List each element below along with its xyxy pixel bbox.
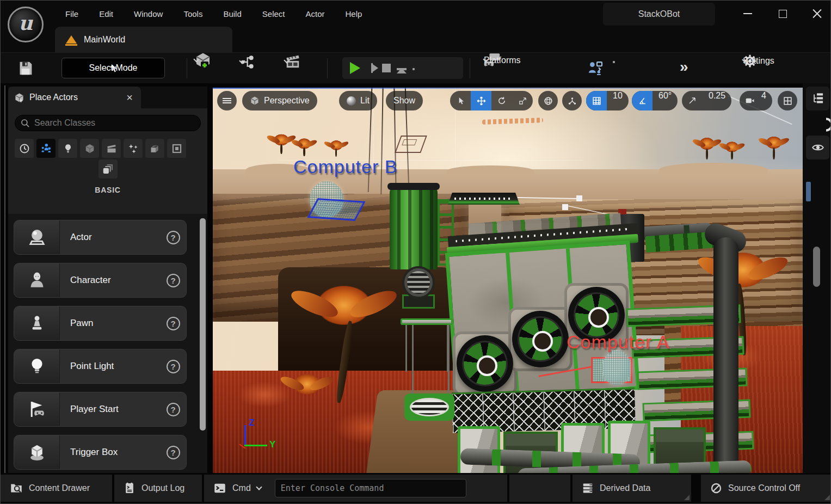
source-control-off-icon bbox=[710, 482, 722, 494]
stop-button[interactable] bbox=[382, 64, 391, 72]
help-icon[interactable] bbox=[160, 263, 186, 297]
outliner-tree-icon bbox=[812, 93, 824, 105]
palm-tree bbox=[289, 371, 325, 398]
add-actor-dropdown[interactable] bbox=[194, 59, 199, 62]
rotation-snap-control[interactable]: 60° bbox=[632, 91, 678, 110]
category-volumes-icon[interactable] bbox=[167, 139, 186, 158]
category-visual-effects-icon[interactable] bbox=[124, 139, 143, 158]
angle-snap-icon bbox=[632, 91, 653, 110]
place-actor-item-actor[interactable]: Actor bbox=[14, 220, 187, 255]
search-classes-field[interactable] bbox=[15, 115, 201, 131]
menu-actor[interactable]: Actor bbox=[295, 9, 335, 19]
world-local-toggle[interactable] bbox=[538, 91, 558, 110]
scale-tool[interactable] bbox=[512, 91, 533, 110]
output-log-icon bbox=[124, 482, 136, 494]
menu-tools[interactable]: Tools bbox=[173, 9, 213, 19]
rotate-tool[interactable] bbox=[491, 91, 512, 110]
visibility-tab[interactable] bbox=[806, 136, 829, 159]
place-actor-item-player-start[interactable]: Player Start bbox=[14, 392, 187, 427]
cmd-dropdown[interactable]: Cmd bbox=[232, 483, 251, 493]
cinematics-dropdown[interactable] bbox=[285, 60, 289, 63]
menu-edit[interactable]: Edit bbox=[89, 9, 124, 19]
viewport-options-menu[interactable] bbox=[217, 91, 237, 110]
level-viewport[interactable]: Computer B Computer A Z Y Perspective Li… bbox=[213, 88, 803, 474]
panel-scrollbar[interactable] bbox=[200, 218, 206, 431]
platforms-dropdown[interactable]: Platforms bbox=[484, 59, 488, 62]
category-geometry-icon[interactable] bbox=[145, 139, 164, 158]
place-actor-item-trigger-box[interactable]: Trigger Box bbox=[14, 435, 187, 470]
help-icon[interactable] bbox=[160, 220, 186, 254]
output-log-button[interactable]: Output Log bbox=[114, 475, 202, 502]
outliner-tab[interactable] bbox=[806, 87, 829, 110]
derived-data-button[interactable]: Derived Data bbox=[573, 475, 691, 502]
camera-speed-control[interactable]: 4 bbox=[740, 91, 772, 110]
quad-view-toggle[interactable] bbox=[778, 91, 797, 110]
details-tab[interactable] bbox=[819, 118, 831, 132]
computer-a-label: Computer A bbox=[567, 331, 670, 353]
category-lights-icon[interactable] bbox=[58, 139, 77, 158]
close-panel-icon[interactable] bbox=[124, 92, 135, 103]
maximize-button[interactable] bbox=[777, 8, 788, 19]
play-button[interactable] bbox=[350, 62, 360, 74]
console-segment: Cmd bbox=[204, 475, 507, 502]
select-mode-dropdown[interactable]: Select Mode bbox=[61, 58, 165, 78]
show-flags-dropdown[interactable]: Show bbox=[386, 91, 423, 110]
help-icon[interactable] bbox=[160, 349, 186, 383]
category-shapes-icon[interactable] bbox=[80, 139, 99, 158]
place-actor-item-character[interactable]: Character bbox=[14, 263, 187, 298]
right-scrollbar[interactable] bbox=[813, 247, 820, 287]
content-drawer-button[interactable]: Content Drawer bbox=[1, 475, 112, 502]
status-bar: Content Drawer Output Log Cmd Derived Da… bbox=[1, 473, 831, 503]
search-classes-input[interactable] bbox=[34, 118, 195, 128]
category-recent-icon[interactable] bbox=[15, 139, 34, 158]
menu-file[interactable]: File bbox=[55, 9, 89, 19]
editor-main-area: Place Actors bbox=[1, 83, 831, 474]
trigger-box-icon bbox=[14, 435, 60, 469]
level-tab-mainworld[interactable]: MainWorld bbox=[55, 27, 232, 52]
grid-snap-control[interactable]: 10 bbox=[586, 91, 629, 110]
green-tower-structure[interactable] bbox=[390, 187, 438, 269]
select-tool[interactable] bbox=[450, 91, 471, 110]
blueprints-dropdown[interactable] bbox=[240, 61, 244, 63]
floating-platform[interactable] bbox=[448, 193, 520, 205]
transform-tools bbox=[450, 91, 533, 110]
view-mode-dropdown[interactable]: Lit bbox=[339, 91, 377, 110]
palm-tree-large bbox=[308, 279, 380, 331]
fan-actor[interactable] bbox=[457, 335, 513, 392]
dock-splitter[interactable] bbox=[4, 85, 5, 473]
help-icon[interactable] bbox=[160, 435, 186, 469]
settings-dropdown[interactable]: Settings bbox=[743, 60, 747, 62]
grid-snap-icon bbox=[586, 91, 607, 110]
cmd-terminal-icon bbox=[213, 482, 226, 495]
surface-snapping-toggle[interactable] bbox=[562, 91, 582, 110]
minimize-button[interactable] bbox=[742, 8, 753, 19]
help-icon[interactable] bbox=[160, 392, 186, 426]
surface-snap-icon bbox=[568, 96, 577, 106]
menu-help[interactable]: Help bbox=[335, 9, 373, 19]
category-all-classes-icon[interactable] bbox=[99, 159, 118, 179]
menu-window[interactable]: Window bbox=[124, 9, 173, 19]
close-button[interactable] bbox=[812, 8, 823, 19]
source-control-button[interactable]: Source Control Off bbox=[701, 475, 831, 502]
scale-snap-control[interactable]: 0.25 bbox=[682, 91, 731, 110]
place-actor-item-point-light[interactable]: Point Light bbox=[14, 349, 187, 384]
lit-sphere-icon bbox=[347, 96, 356, 106]
category-cinematic-icon[interactable] bbox=[102, 139, 121, 158]
computer-a-actor[interactable] bbox=[602, 350, 631, 385]
place-actors-tab[interactable]: Place Actors bbox=[8, 87, 141, 108]
console-command-input[interactable] bbox=[275, 479, 466, 497]
content-drawer-icon bbox=[10, 482, 23, 495]
axis-gizmo-y bbox=[244, 445, 267, 446]
camera-mode-dropdown[interactable]: Perspective bbox=[242, 91, 317, 110]
place-actor-item-pawn[interactable]: Pawn bbox=[14, 306, 187, 341]
category-basic-icon[interactable] bbox=[36, 139, 56, 158]
move-tool[interactable] bbox=[471, 91, 491, 110]
large-pipe bbox=[713, 237, 738, 474]
derived-data-icon bbox=[582, 482, 594, 494]
help-icon[interactable] bbox=[160, 306, 186, 340]
menu-build[interactable]: Build bbox=[213, 9, 251, 19]
toolbar-overflow-chevron[interactable]: » bbox=[680, 58, 688, 76]
fan-actor[interactable] bbox=[512, 311, 569, 367]
computer-b-selection-quad[interactable] bbox=[307, 198, 365, 221]
menu-select[interactable]: Select bbox=[252, 9, 296, 19]
